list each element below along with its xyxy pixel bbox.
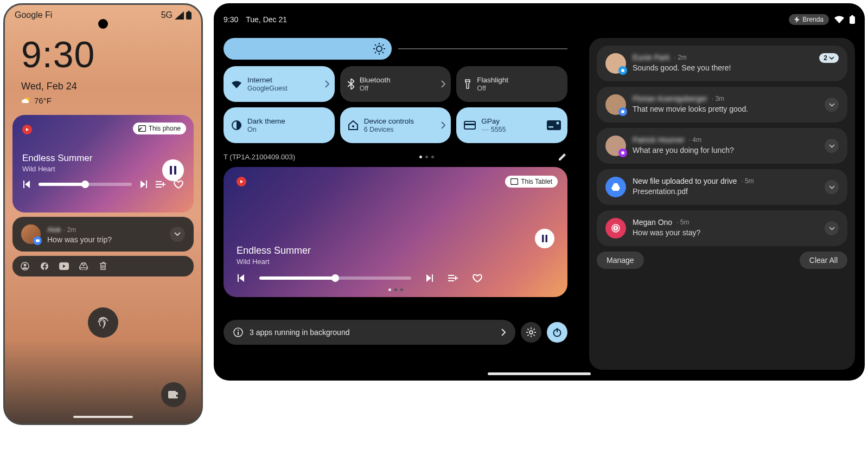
youtube-music-icon (22, 125, 32, 134)
avatar (605, 136, 626, 156)
svg-rect-13 (851, 15, 853, 17)
cast-chip[interactable]: This Tablet (505, 176, 558, 188)
notification-card[interactable]: Eunie Park · 2mSounds good. See you ther… (597, 46, 847, 81)
dark-theme-icon (231, 120, 242, 131)
svg-rect-28 (548, 126, 553, 128)
youtube-icon[interactable] (59, 261, 69, 271)
clear-all-button[interactable]: Clear All (800, 252, 847, 269)
count-badge[interactable]: 2 (819, 53, 839, 63)
qs-gpay[interactable]: GPay···· 5555 (456, 107, 567, 143)
svg-rect-5 (174, 166, 176, 175)
notification-card[interactable]: Patrick Hosmer · 4mWhat are you doing fo… (597, 128, 847, 164)
notification-time: · 5m (741, 177, 754, 185)
carrier-label: Google Fi (15, 10, 52, 20)
tablet-media-card: This Tablet Endless Summer Wild Heart (224, 167, 567, 297)
next-button[interactable] (139, 181, 148, 188)
edit-icon[interactable] (558, 152, 567, 162)
brightness-track (398, 48, 567, 49)
svg-point-40 (621, 110, 624, 113)
tablet-time: 9:30 (224, 15, 238, 24)
queue-button[interactable] (156, 181, 165, 188)
airbnb-icon (605, 218, 626, 239)
notification-icon-row (12, 256, 194, 276)
manage-button[interactable]: Manage (597, 252, 644, 269)
brightness-slider[interactable] (224, 38, 392, 60)
expand-button[interactable] (825, 180, 839, 194)
svg-rect-3 (138, 126, 145, 132)
previous-button[interactable] (22, 181, 31, 188)
power-icon (552, 327, 562, 337)
expand-button[interactable] (825, 139, 839, 153)
previous-button[interactable] (237, 274, 245, 282)
notification-card[interactable]: Florian Koenigsberger · 3mThat new movie… (597, 87, 847, 123)
chevron-right-icon (325, 80, 329, 88)
cast-chip[interactable]: This phone (133, 123, 186, 134)
profile-icon[interactable] (20, 261, 30, 271)
home-icon (348, 120, 359, 130)
notification-message: How was your trip? (47, 235, 163, 244)
svg-point-24 (352, 125, 354, 127)
notification-actions: Manage Clear All (597, 252, 847, 269)
messages-icon (33, 236, 42, 245)
svg-line-21 (382, 44, 384, 46)
weather-icon (21, 95, 31, 105)
qs-flashlight[interactable]: FlashlightOff (456, 66, 567, 102)
wallet-icon (168, 390, 179, 400)
svg-rect-6 (36, 239, 40, 242)
bluetooth-icon (348, 79, 354, 89)
notification-message: Sounds good. See you there! (633, 63, 813, 72)
media-page-dots (237, 288, 554, 291)
expand-button[interactable] (825, 98, 839, 112)
next-button[interactable] (425, 274, 434, 282)
favorite-button[interactable] (472, 273, 483, 283)
qs-internet[interactable]: InternetGoogleGuest (224, 66, 335, 102)
footer-row: 3 apps running in background (224, 320, 567, 345)
temperature-label: 76°F (34, 96, 52, 105)
build-label: T (TP1A.2100409.003) (224, 153, 295, 161)
twitter-icon (618, 66, 627, 75)
notification-card[interactable]: New file uploaded to your drive · 5mPres… (597, 169, 847, 205)
delete-icon[interactable] (98, 261, 108, 271)
background-apps-pill[interactable]: 3 apps running in background (224, 320, 515, 345)
lockscreen-weather: 76°F (5, 92, 201, 105)
notification-time: · 3m (712, 95, 724, 102)
notification-card[interactable]: Alok · 2m How was your trip? (12, 217, 194, 252)
svg-rect-0 (186, 12, 192, 20)
media-artist: Wild Heart (22, 165, 184, 173)
card-icon (547, 120, 561, 130)
play-pause-button[interactable] (535, 229, 554, 248)
settings-button[interactable] (521, 322, 541, 343)
notification-panel: Eunie Park · 2mSounds good. See you ther… (589, 38, 855, 370)
play-pause-button[interactable] (162, 159, 184, 181)
notification-name: Florian Koenigsberger (633, 94, 707, 103)
svg-point-14 (376, 46, 382, 52)
drive-icon[interactable] (79, 261, 88, 271)
info-icon (233, 327, 243, 337)
svg-point-8 (24, 264, 27, 267)
facebook-icon[interactable] (40, 261, 49, 271)
fingerprint-button[interactable] (88, 307, 118, 338)
chevron-down-icon (174, 232, 181, 236)
expand-button[interactable] (825, 221, 839, 235)
wallet-button[interactable] (161, 382, 186, 407)
expand-button[interactable] (170, 227, 185, 242)
nav-handle[interactable] (488, 372, 591, 375)
nav-handle[interactable] (73, 416, 133, 418)
notification-time: · 2m (63, 226, 76, 234)
chevron-right-icon (441, 80, 445, 88)
queue-button[interactable] (448, 274, 458, 282)
build-row: T (TP1A.2100409.003) (224, 152, 567, 162)
qs-dark-theme[interactable]: Dark themeOn (224, 107, 335, 143)
power-button[interactable] (547, 322, 567, 343)
qs-bluetooth[interactable]: BluetoothOff (340, 66, 451, 102)
qs-device-controls[interactable]: Device controls6 Devices (340, 107, 451, 143)
avatar (605, 94, 626, 115)
notification-card[interactable]: Megan Ono · 5mHow was your stay? (597, 210, 847, 246)
svg-rect-32 (546, 235, 548, 242)
dnd-chip[interactable]: Brenda (789, 14, 829, 25)
page-dots (419, 156, 434, 158)
svg-rect-30 (511, 179, 518, 185)
progress-slider[interactable] (39, 183, 132, 186)
progress-slider[interactable] (259, 276, 411, 280)
lockscreen-date: Wed, Feb 24 (5, 75, 201, 92)
